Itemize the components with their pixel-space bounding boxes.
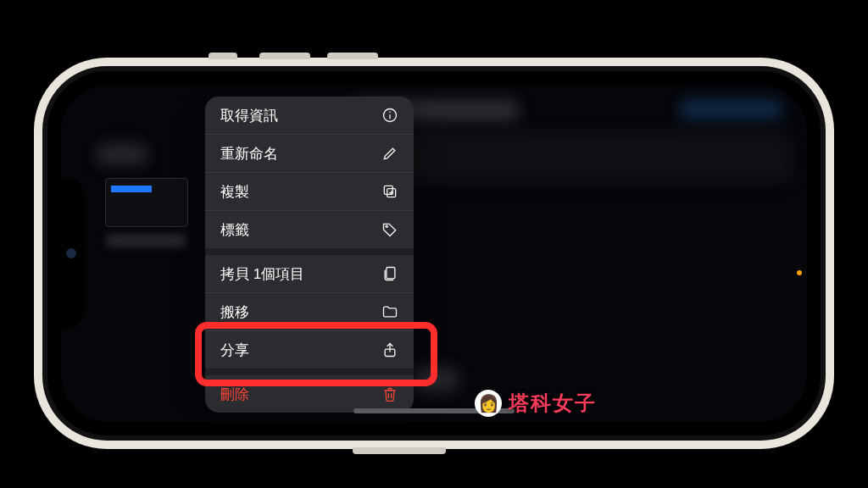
- menu-item-get-info[interactable]: 取得資訊: [205, 97, 414, 134]
- trash-icon: [381, 385, 398, 402]
- watermark: 👩 塔科女子: [475, 390, 597, 417]
- menu-item-duplicate[interactable]: 複製: [205, 172, 414, 210]
- menu-item-label: 分享: [220, 341, 249, 360]
- menu-item-delete[interactable]: 刪除: [205, 375, 414, 413]
- menu-item-copy[interactable]: 拷貝 1個項目: [205, 255, 414, 292]
- menu-item-label: 取得資訊: [220, 106, 278, 125]
- svg-point-7: [386, 225, 387, 227]
- info-icon: [381, 107, 398, 124]
- share-icon: [381, 341, 398, 358]
- tag-icon: [381, 221, 398, 238]
- watermark-text: 塔科女子: [509, 390, 597, 417]
- microphone-indicator-dot: [797, 270, 802, 275]
- pencil-icon: [381, 145, 398, 162]
- menu-separator: [205, 248, 414, 255]
- menu-separator: [205, 369, 414, 375]
- duplicate-icon: [381, 183, 398, 200]
- svg-rect-8: [387, 268, 395, 279]
- menu-item-move[interactable]: 搬移: [205, 292, 414, 330]
- file-thumbnail[interactable]: [105, 178, 188, 227]
- menu-item-label: 拷貝 1個項目: [220, 264, 304, 284]
- folder-icon: [381, 303, 398, 320]
- menu-item-label: 搬移: [220, 302, 249, 322]
- menu-item-rename[interactable]: 重新命名: [205, 134, 414, 172]
- watermark-avatar: 👩: [475, 390, 502, 417]
- menu-item-label: 標籤: [220, 220, 249, 240]
- menu-item-tags[interactable]: 標籤: [205, 210, 414, 248]
- menu-item-label: 複製: [220, 182, 249, 202]
- copy-icon: [381, 265, 398, 282]
- power-button: [353, 447, 446, 454]
- menu-item-share[interactable]: 分享: [205, 330, 414, 369]
- file-thumbnail-caption: [105, 234, 186, 247]
- context-menu: 取得資訊 重新命名 複製 標籤: [205, 97, 414, 413]
- blurred-background: [61, 85, 807, 422]
- menu-item-label: 刪除: [220, 385, 249, 404]
- menu-item-label: 重新命名: [220, 144, 278, 164]
- camera-dot: [66, 248, 76, 258]
- phone-frame: 取得資訊 重新命名 複製 標籤: [47, 71, 821, 435]
- svg-point-2: [389, 111, 391, 113]
- screen: 取得資訊 重新命名 複製 標籤: [61, 85, 807, 422]
